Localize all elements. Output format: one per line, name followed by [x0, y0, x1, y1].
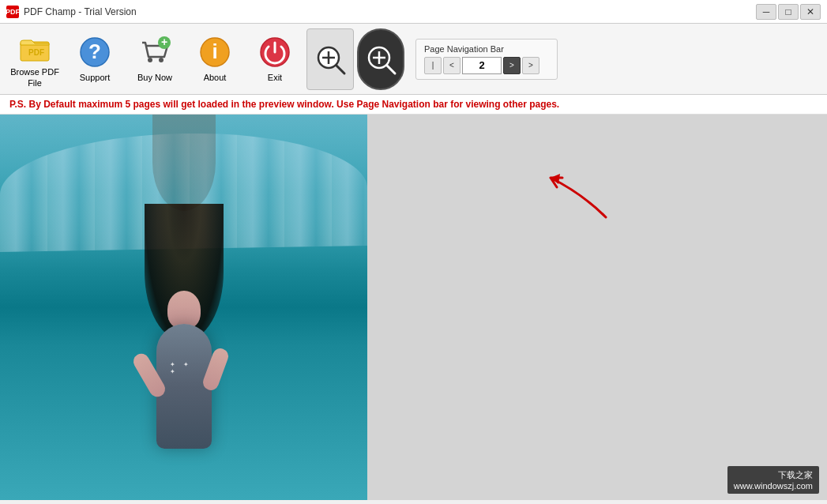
- buy-now-icon: +: [137, 35, 172, 70]
- title-bar-controls: ─ □ ✕: [756, 4, 821, 20]
- underwater-image: [0, 115, 367, 500]
- svg-point-5: [159, 58, 164, 62]
- watermark-line2: www.windowszj.com: [734, 481, 813, 491]
- page-next-button[interactable]: >: [503, 57, 521, 74]
- page-navigation-bar: Page Navigation Bar | < > >: [415, 39, 558, 80]
- close-button[interactable]: ✕: [800, 4, 821, 20]
- about-button[interactable]: i About: [186, 28, 243, 90]
- zoom-in-icon: [313, 42, 348, 77]
- exit-button[interactable]: Exit: [246, 28, 303, 90]
- svg-line-18: [387, 66, 395, 73]
- support-button[interactable]: ? Support: [66, 28, 123, 90]
- content-area: 下载之家 www.windowszj.com: [0, 115, 827, 500]
- page-number-input[interactable]: [462, 57, 502, 74]
- exit-icon: [257, 35, 292, 70]
- pdf-page: [0, 115, 367, 500]
- svg-text:?: ?: [88, 39, 101, 63]
- svg-line-14: [336, 66, 344, 73]
- page-first-button[interactable]: |: [424, 57, 442, 74]
- app-icon-text: PDF: [6, 8, 20, 16]
- toolbar: PDF Browse PDF File ? Support +: [0, 24, 827, 95]
- figure: [113, 211, 255, 461]
- about-icon: i: [197, 35, 232, 70]
- buy-now-button[interactable]: + Buy Now: [126, 28, 183, 90]
- zoom-in-button[interactable]: [306, 28, 354, 90]
- window-title: PDF Champ - Trial Version: [24, 6, 137, 17]
- reflection: [152, 115, 216, 211]
- zoom-search-icon: [363, 42, 398, 77]
- page-last-button[interactable]: >: [522, 57, 539, 74]
- zoom-search-button[interactable]: [357, 28, 404, 90]
- svg-text:i: i: [212, 39, 217, 63]
- svg-text:+: +: [161, 36, 167, 48]
- title-bar: PDF PDF Champ - Trial Version ─ □ ✕: [0, 0, 827, 24]
- svg-point-4: [148, 58, 152, 62]
- watermark-line1: 下载之家: [778, 469, 813, 481]
- watermark: 下载之家 www.windowszj.com: [727, 466, 819, 494]
- browse-pdf-icon: PDF: [17, 29, 52, 64]
- browse-pdf-label: Browse PDF File: [9, 67, 60, 88]
- minimize-button[interactable]: ─: [756, 4, 776, 20]
- svg-text:PDF: PDF: [28, 48, 44, 57]
- app-icon: PDF: [6, 6, 19, 18]
- page-nav-controls: | < > >: [424, 57, 539, 74]
- support-icon: ?: [77, 35, 112, 70]
- exit-label: Exit: [268, 73, 282, 83]
- page-prev-button[interactable]: <: [443, 57, 460, 74]
- browse-pdf-button[interactable]: PDF Browse PDF File: [6, 28, 63, 90]
- buy-now-label: Buy Now: [137, 73, 172, 83]
- info-bar: P.S. By Default maximum 5 pages will get…: [0, 95, 827, 115]
- about-label: About: [204, 73, 227, 83]
- info-message: P.S. By Default maximum 5 pages will get…: [9, 99, 559, 110]
- title-bar-left: PDF PDF Champ - Trial Version: [6, 6, 137, 18]
- maximize-button[interactable]: □: [778, 4, 799, 20]
- support-label: Support: [80, 73, 111, 83]
- right-panel: [367, 115, 827, 500]
- page-nav-label: Page Navigation Bar: [424, 44, 504, 54]
